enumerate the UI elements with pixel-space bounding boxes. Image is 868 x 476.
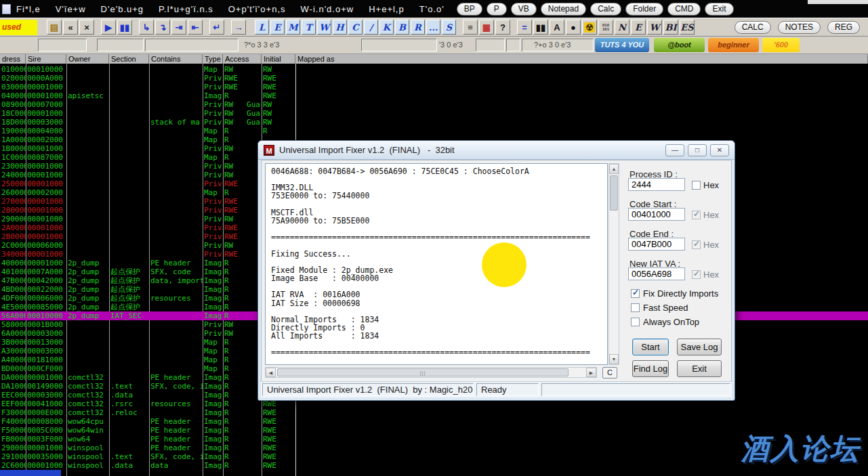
pause-icon[interactable]: ▮▮: [117, 20, 132, 35]
toolbar-pill-notes[interactable]: NOTES: [778, 21, 821, 34]
column-header[interactable]: Section: [109, 54, 149, 64]
letter-button-b[interactable]: B: [395, 20, 409, 35]
assembler-plugin-icon[interactable]: A: [550, 20, 564, 35]
memory-row[interactable]: 18D00000003000stack of maPrivRW GuaRW: [0, 118, 868, 127]
launch-pill-cmd[interactable]: CMD: [667, 3, 701, 16]
banner-beginner[interactable]: beginner: [708, 38, 759, 52]
hex-checkbox[interactable]: ✓: [692, 240, 701, 249]
log-horizontal-scrollbar[interactable]: ◀ ||| ▶: [265, 367, 597, 378]
memory-row[interactable]: 04000000001000apisetscImagRRWE: [0, 91, 868, 100]
log-vertical-scrollbar[interactable]: ▲ ▼: [608, 163, 619, 365]
launch-pill-vb[interactable]: VB: [511, 3, 537, 16]
column-header[interactable]: Mapped as: [295, 54, 868, 64]
pause-plugin-icon[interactable]: ▮▮: [533, 20, 548, 35]
memory-row[interactable]: 08900000007000PrivRW GuaRW: [0, 100, 868, 109]
quickbar-box[interactable]: [97, 39, 144, 51]
letter-button-dotsdotsdots[interactable]: ...: [426, 20, 440, 35]
horizontal-scroll-thumb[interactable]: |||: [277, 368, 569, 376]
toolbar-pill-reg[interactable]: REG: [827, 21, 860, 34]
memory-row[interactable]: 19000000004000MapRR: [0, 127, 868, 135]
memory-row[interactable]: FB00000003F000wow64PE headerImagRRWE: [0, 435, 868, 443]
memory-row[interactable]: 29000000001000winspoolPE headerImagRRWE: [0, 443, 868, 452]
save-log-button[interactable]: Save Log: [677, 339, 722, 355]
close-button[interactable]: ✕: [710, 144, 729, 156]
script-w-plugin-icon[interactable]: W: [647, 20, 662, 35]
step-into-icon[interactable]: ↳: [139, 20, 154, 35]
letter-button-m[interactable]: M: [286, 20, 300, 35]
letter-button-h[interactable]: H: [333, 20, 347, 35]
memory-row[interactable]: 0200000000A000PrivRWERWE: [0, 74, 868, 83]
menu-item[interactable]: D'e'b.u+g: [101, 4, 144, 14]
execute-till-return-icon[interactable]: ↵: [209, 20, 224, 35]
script-n-plugin-icon[interactable]: N: [615, 20, 629, 35]
letter-button-k[interactable]: K: [379, 20, 394, 35]
binary-plugin-icon[interactable]: 010 101: [598, 20, 613, 35]
vertical-scroll-thumb[interactable]: [610, 175, 618, 211]
open-file-icon[interactable]: ▤: [47, 20, 62, 35]
quickbar-box[interactable]: [476, 39, 505, 51]
corner-c-button[interactable]: C: [602, 367, 617, 378]
field-input[interactable]: 0056A698: [628, 267, 685, 280]
rewind-icon[interactable]: «: [63, 20, 78, 35]
dot-plugin-icon[interactable]: ●: [566, 20, 581, 35]
start-button[interactable]: Start: [632, 339, 669, 355]
letter-button-r[interactable]: R: [411, 20, 425, 35]
script-bi-plugin-icon[interactable]: BI: [663, 20, 678, 35]
launch-pill-p[interactable]: P: [487, 3, 507, 16]
column-header[interactable]: dress: [0, 54, 26, 64]
script-es-plugin-icon[interactable]: ES: [680, 20, 695, 35]
hex-checkbox[interactable]: ✓: [692, 270, 701, 279]
scroll-right-icon[interactable]: ▶: [586, 368, 596, 377]
hazard-plugin-icon[interactable]: ☢: [582, 20, 597, 35]
quickbar-box[interactable]: [145, 39, 239, 51]
letter-button-c[interactable]: C: [348, 20, 363, 35]
go-to-icon[interactable]: →: [231, 20, 246, 35]
launch-pill-folder[interactable]: Folder: [625, 3, 663, 16]
option-checkbox[interactable]: ✓: [631, 289, 640, 298]
menu-item[interactable]: P.l*u+g'ï.n.s: [159, 4, 213, 14]
column-header[interactable]: Type: [203, 54, 223, 64]
column-header[interactable]: Owner: [66, 54, 109, 64]
banner-boot[interactable]: @boot: [654, 38, 705, 52]
minimize-button[interactable]: —: [665, 144, 684, 156]
memory-row[interactable]: F300000000E000comctl32.relocImagRRWE: [0, 408, 868, 417]
log-output-box[interactable]: 0046A688: 0047B684-> 0056A690 : 75CE0C45…: [265, 163, 608, 365]
dialog-title-bar[interactable]: M Universal Import Fixer v1.2 (FINAL) - …: [258, 141, 735, 160]
quickbar-box[interactable]: [38, 39, 87, 51]
launch-pill-bp[interactable]: BP: [457, 3, 482, 16]
option-checkbox[interactable]: [631, 318, 640, 326]
letter-button-w[interactable]: W: [317, 20, 331, 35]
hex-checkbox[interactable]: [692, 181, 701, 190]
column-header[interactable]: Contains: [149, 54, 203, 64]
memory-row[interactable]: 03000000001000PrivRWERWE: [0, 83, 868, 91]
field-input[interactable]: 0047B000: [628, 238, 685, 251]
memory-row[interactable]: 29100000035000winspool.textSFX, code, im…: [0, 452, 868, 461]
column-header[interactable]: Access: [223, 54, 262, 64]
banner-tuts4you[interactable]: TUTS 4 YOU: [595, 38, 649, 52]
close-program-icon[interactable]: ×: [79, 20, 94, 35]
memory-row[interactable]: 2C600000001000winspool.datadataImagRRWE: [0, 461, 868, 470]
windows-list-icon[interactable]: ≡: [463, 20, 478, 35]
quickbar-box[interactable]: [506, 39, 520, 51]
help-icon[interactable]: ?: [495, 20, 510, 35]
memory-row[interactable]: F4000000008000wow64cpuPE headerImagRRWE: [0, 417, 868, 426]
quickbar-box[interactable]: [361, 39, 437, 51]
script-e-plugin-icon[interactable]: E: [631, 20, 646, 35]
equals-plugin-icon[interactable]: =: [517, 20, 532, 35]
letter-button-s[interactable]: S: [442, 20, 456, 35]
menu-item[interactable]: H+e+l,p: [369, 4, 405, 14]
maximize-button[interactable]: □: [688, 144, 707, 156]
menu-item[interactable]: V'ïe+w: [56, 4, 86, 14]
letter-button-l[interactable]: L: [255, 20, 269, 35]
letter-button-e[interactable]: E: [270, 20, 285, 35]
menu-item[interactable]: Fi*l,e: [16, 4, 41, 14]
letter-button-dots[interactable]: /: [364, 20, 378, 35]
hex-checkbox[interactable]: ✓: [692, 211, 701, 219]
memory-row[interactable]: 18C00000001000PrivRW GuaRW: [0, 109, 868, 118]
find-log-button[interactable]: Find Log: [632, 360, 669, 377]
option-checkbox[interactable]: [631, 303, 640, 312]
field-input[interactable]: 2444: [628, 178, 685, 191]
animate-over-icon[interactable]: ⇤: [188, 20, 203, 35]
menu-item[interactable]: O+p't'ï'o+n,s: [228, 4, 286, 14]
launch-pill-calc[interactable]: Calc: [590, 3, 621, 16]
